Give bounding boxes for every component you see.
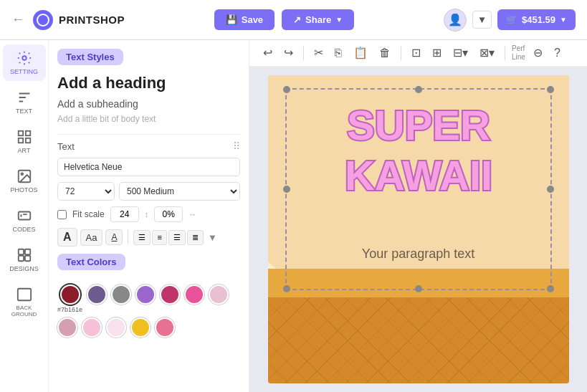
format-underline-a[interactable]: A xyxy=(105,229,123,245)
sidebar-item-codes[interactable]: CODES xyxy=(3,202,46,239)
color-swatch-1[interactable] xyxy=(87,285,107,305)
svg-rect-1 xyxy=(18,131,22,135)
size-select[interactable]: 72 xyxy=(57,182,115,201)
sidebar-item-photos[interactable]: PHOTOS xyxy=(3,163,46,199)
svg-rect-10 xyxy=(18,249,23,254)
expand-button[interactable]: ▼ xyxy=(472,11,492,29)
delete-button[interactable]: 🗑 xyxy=(376,45,394,61)
logo-icon xyxy=(33,10,53,30)
font-select[interactable]: Helvetica Neue xyxy=(57,158,240,176)
toolbar-area: ↩ ↪ ✂ ⎘ 📋 🗑 ⊡ ⊞ ⊟▾ ⊠▾ Perf Line ⊖ ? xyxy=(249,40,587,392)
fit-num-icon: ↕ xyxy=(145,210,149,219)
colors-grid: #7b161e xyxy=(57,285,240,338)
sidebar-item-background[interactable]: BACKGROUND xyxy=(3,281,46,323)
share-dropdown-arrow: ▼ xyxy=(335,16,343,24)
cart-price: $451.59 xyxy=(522,14,555,25)
sidebar-item-setting[interactable]: SETTING xyxy=(3,44,46,81)
text-row-label: Text xyxy=(57,141,75,152)
cart-dropdown-arrow: ▼ xyxy=(560,16,567,24)
cart-icon: 🛒 xyxy=(506,14,517,25)
align-center-button[interactable]: ≡ xyxy=(152,230,166,245)
sidebar-item-text[interactable]: TEXT xyxy=(3,84,46,120)
color-swatch-7[interactable] xyxy=(57,317,77,338)
fit-num-input[interactable] xyxy=(110,206,139,222)
color-swatch-3[interactable] xyxy=(135,285,156,305)
zoom-out-button[interactable]: ⊖ xyxy=(530,45,546,61)
topbar-right: 👤 ▼ 🛒 $451.59 ▼ xyxy=(444,9,576,32)
panel: Text Styles Add a heading Add a subheadi… xyxy=(49,40,249,392)
subheading-sample[interactable]: Add a subheading xyxy=(57,98,240,110)
text-styles-badge: Text Styles xyxy=(57,49,123,65)
color-swatch-4[interactable] xyxy=(160,285,180,305)
align-group: ☰ ≡ ☰ ≣ xyxy=(133,230,203,245)
sidebar-label-setting: SETTING xyxy=(10,68,38,75)
handle-bottom-mid[interactable] xyxy=(415,285,422,292)
heading-sample[interactable]: Add a heading xyxy=(57,74,240,92)
color-swatch-0[interactable] xyxy=(60,285,80,305)
back-button[interactable]: ← xyxy=(11,12,24,27)
color-swatch-9[interactable] xyxy=(106,317,126,338)
sidebar-label-photos: PHOTOS xyxy=(11,186,38,193)
help-button[interactable]: ? xyxy=(550,45,564,61)
body-sample[interactable]: Add a little bit of body text xyxy=(57,114,240,124)
waffle-grid xyxy=(268,297,569,383)
undo-button[interactable]: ↩ xyxy=(259,45,276,61)
handle-mid-left[interactable] xyxy=(283,186,290,193)
fit-scale-checkbox[interactable] xyxy=(57,210,67,219)
align-right-button[interactable]: ☰ xyxy=(168,230,186,245)
drag-handle-icon[interactable]: ⠿ xyxy=(233,140,240,152)
distribute-button[interactable]: ⊠▾ xyxy=(476,45,498,61)
align-left-button[interactable]: ☰ xyxy=(133,230,151,245)
redo-button[interactable]: ↪ xyxy=(280,45,297,61)
save-label: Save xyxy=(242,14,263,25)
color-swatch-wrap-5 xyxy=(184,285,204,313)
color-swatch-5[interactable] xyxy=(184,285,204,305)
fit-row: Fit scale ↕ ↔ xyxy=(57,206,240,222)
paste-button[interactable]: 📋 xyxy=(350,45,371,61)
selection-box[interactable] xyxy=(285,88,552,290)
color-swatch-11[interactable] xyxy=(155,317,175,338)
handle-top-mid[interactable] xyxy=(415,86,422,93)
align-justify-button[interactable]: ≣ xyxy=(187,230,204,245)
fit-pct-input[interactable] xyxy=(154,206,183,222)
color-swatch-6[interactable] xyxy=(209,285,229,305)
handle-bottom-left[interactable] xyxy=(283,285,290,292)
topbar: ← PRINTSHOP 💾 Save ↗ Share ▼ 👤 ▼ 🛒 $451.… xyxy=(0,0,587,40)
color-swatch-wrap-3 xyxy=(135,285,156,313)
avatar-button[interactable]: 👤 xyxy=(444,9,467,32)
color-swatch-wrap-6 xyxy=(209,285,229,313)
handle-mid-right[interactable] xyxy=(547,186,554,193)
cart-button[interactable]: 🛒 $451.59 ▼ xyxy=(497,9,576,30)
format-more-icon[interactable]: ▼ xyxy=(208,232,217,243)
color-swatch-wrap-4 xyxy=(160,285,180,313)
color-swatch-wrap-10 xyxy=(130,317,151,338)
color-swatch-10[interactable] xyxy=(130,317,151,338)
align-button[interactable]: ⊟▾ xyxy=(449,45,472,61)
save-button[interactable]: 💾 Save xyxy=(214,9,275,30)
color-swatch-wrap-2 xyxy=(111,285,131,313)
sidebar-item-art[interactable]: ART xyxy=(3,123,46,160)
svg-rect-12 xyxy=(18,256,23,261)
handle-top-right[interactable] xyxy=(547,86,554,93)
format-medium-a[interactable]: Aa xyxy=(80,229,103,246)
handle-top-left[interactable] xyxy=(283,86,290,93)
svg-rect-7 xyxy=(18,212,30,220)
weight-select[interactable]: 500 Medium xyxy=(119,182,240,201)
copy-button[interactable]: ⎘ xyxy=(331,45,345,61)
sidebar-item-designs[interactable]: DESIGNS xyxy=(3,242,46,278)
crop-button[interactable]: ⊡ xyxy=(408,45,424,61)
svg-point-6 xyxy=(21,173,23,175)
svg-rect-3 xyxy=(18,138,22,143)
cut-button[interactable]: ✂ xyxy=(310,45,327,61)
fit-scale-label: Fit scale xyxy=(72,209,105,219)
color-swatch-8[interactable] xyxy=(82,317,102,338)
arrange-button[interactable]: ⊞ xyxy=(429,45,445,61)
handle-bottom-right[interactable] xyxy=(547,285,554,292)
canvas[interactable]: SUPER KAWAII Your paragraph text xyxy=(268,75,569,383)
color-swatch-2[interactable] xyxy=(111,285,131,305)
sidebar-icons: SETTING TEXT ART PHOTOS CODES xyxy=(0,40,49,392)
share-button[interactable]: ↗ Share ▼ xyxy=(282,9,354,30)
format-large-a[interactable]: A xyxy=(57,228,77,247)
divider-1 xyxy=(57,134,240,135)
sidebar-label-designs: DESIGNS xyxy=(9,265,39,272)
